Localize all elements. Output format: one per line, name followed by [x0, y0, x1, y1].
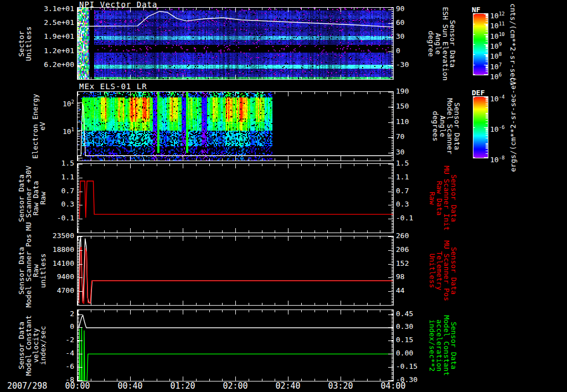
panel-5-right-tick-0: 0.45: [396, 310, 429, 318]
panel-1-right-tick-2: 30: [396, 33, 429, 40]
panel-1-left-tick-4: 6.2e+00: [30, 61, 74, 69]
colorbar-def-title: DEF: [472, 89, 484, 97]
panel-2-right-tick-2: 110: [396, 118, 429, 126]
time-tick-6: 04:00: [374, 381, 413, 390]
panel-4-right-tick-4: 44: [396, 287, 429, 295]
panel-1-left-tick-0: 3.1e+01: [30, 5, 74, 13]
screen: NPI Vector Data MEx ELS-01 LR NF DEF 200…: [0, 0, 567, 392]
panel-1-canvas: [77, 7, 394, 80]
panel-3-canvas: [77, 163, 394, 233]
time-tick-4: 02:40: [269, 381, 307, 390]
panel-2-right-tick-0: 190: [396, 87, 429, 95]
time-tick-3: 02:00: [216, 381, 255, 390]
panel-5-right-tick-2: 0.15: [396, 336, 429, 344]
colorbar-def-canvas: [473, 96, 488, 158]
panel-5-right-tick-4: -0.15: [396, 363, 429, 370]
panel-1-right-tick-0: 90: [396, 5, 429, 13]
panel-2-right-tick-4: 30: [396, 148, 429, 156]
panel-5-left-label: Sensor DataModel Constantvelocityindex/s…: [18, 301, 47, 390]
panel-1-right-tick-1: 60: [396, 19, 429, 27]
panel-1-left-tick-3: 1.2e+01: [30, 47, 74, 55]
panel-1-right-tick-3: 0: [396, 47, 429, 55]
colorbar-nf-title: NF: [472, 6, 481, 14]
panel-5-right-tick-1: 0.30: [396, 323, 429, 331]
panel-4-right-tick-2: 152: [396, 260, 429, 267]
panel-1-left-tick-2: 1.9e+01: [30, 33, 74, 40]
panel-3-right-tick-1: 1.1: [396, 173, 429, 181]
time-tick-1: 00:40: [111, 381, 150, 390]
colorbar-def-unit: ergs/(cm**2-sr-sec-eV): [509, 83, 517, 172]
time-tick-0: 00:00: [58, 381, 97, 390]
panel-1-left-tick-1: 2.5e+01: [30, 19, 74, 27]
panel-3-right-tick-4: -0.1: [396, 214, 429, 222]
panel-5-right-tick-3: 0.00: [396, 349, 429, 357]
panel-4-right-tick-0: 260: [396, 232, 429, 240]
time-tick-5: 03:20: [321, 381, 360, 390]
panel-4-right-tick-1: 206: [396, 246, 429, 254]
panel-2-canvas: [77, 91, 394, 161]
panel-3-right-tick-0: 1.5: [396, 159, 429, 167]
panel-2-right-tick-3: 70: [396, 133, 429, 141]
panel-2-right-tick-1: 150: [396, 102, 429, 110]
time-tick-2: 01:20: [163, 381, 202, 390]
panel-5-right-label: Sensor DataModel Constantaccelerationind…: [429, 301, 457, 390]
panel-3-right-tick-3: 0.3: [396, 200, 429, 208]
panel-4-right-tick-3: 98: [396, 273, 429, 281]
colorbar-nf-canvas: [473, 13, 488, 75]
panel-4-canvas: [77, 236, 394, 306]
panel-3-right-tick-2: 0.7: [396, 187, 429, 195]
colorbar-nf-unit: cnts/(cm**2-sr-sec): [509, 0, 517, 89]
panel-1-right-label: Sensor DataESH Sun ElevationAngledegree: [427, 0, 456, 88]
panel-5-canvas: [77, 310, 394, 381]
panel-1-right-tick-4: -30: [396, 61, 429, 69]
panel-2-title: MEx ELS-01 LR: [79, 82, 147, 91]
panel-1-left-label: SectorUnitless: [18, 0, 32, 88]
